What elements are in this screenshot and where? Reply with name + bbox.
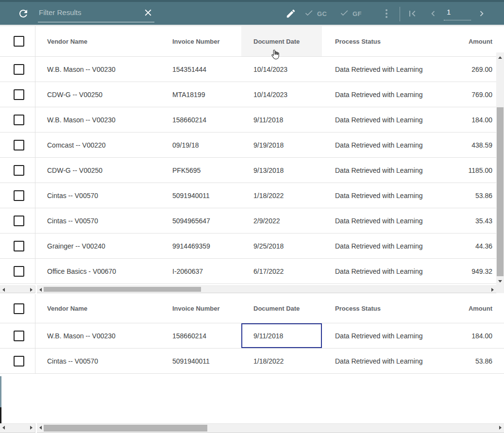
horizontal-scrollbar-thumb[interactable] xyxy=(44,287,201,292)
cell-date[interactable]: 2/9/2022 xyxy=(241,208,322,233)
table-row[interactable]: W.B. Mason -- V002301586602149/11/2018Da… xyxy=(0,107,496,133)
column-header-date[interactable]: Document Date xyxy=(241,294,322,323)
scroll-right-icon[interactable] xyxy=(491,288,494,292)
cell-vendor[interactable]: W.B. Mason -- V00230 xyxy=(35,66,161,73)
cell-invoice[interactable]: 09/19/18 xyxy=(161,141,241,149)
scroll-right-icon[interactable] xyxy=(30,426,33,430)
cell-date[interactable]: 9/11/2018 xyxy=(241,323,322,348)
table-row[interactable]: CDW-G -- V00250MTA1819910/14/2023Data Re… xyxy=(0,82,496,107)
cell-vendor[interactable]: CDW-G -- V00250 xyxy=(35,91,161,99)
row-checkbox[interactable] xyxy=(14,115,24,125)
cell-invoice[interactable]: 158660214 xyxy=(161,332,241,340)
row-checkbox[interactable] xyxy=(14,331,24,341)
cell-invoice[interactable]: 154351444 xyxy=(161,66,241,73)
cell-vendor[interactable]: Comcast -- V00220 xyxy=(35,141,161,149)
cell-date[interactable]: 9/13/2018 xyxy=(241,158,322,183)
column-header-amount[interactable]: Amount xyxy=(403,305,504,312)
cell-amount[interactable]: 184.00 xyxy=(423,332,504,340)
column-header-vendor[interactable]: Vendor Name xyxy=(35,305,161,312)
column-header-date[interactable]: Document Date xyxy=(241,26,322,56)
cell-date[interactable]: 9/25/2018 xyxy=(241,233,322,258)
column-header-invoice[interactable]: Invoice Number xyxy=(161,305,241,312)
cell-date[interactable]: 9/11/2018 xyxy=(241,107,322,132)
gf-button[interactable]: GF xyxy=(339,8,362,19)
cell-status[interactable]: Data Retrieved with Learning xyxy=(322,332,423,340)
column-header-status[interactable]: Process Status xyxy=(322,305,403,312)
column-header-invoice[interactable]: Invoice Number xyxy=(161,38,241,45)
cell-vendor[interactable]: W.B. Mason -- V00230 xyxy=(35,332,161,340)
cell-amount[interactable]: 44.36 xyxy=(423,242,496,250)
more-options-icon[interactable] xyxy=(384,9,389,18)
cell-date[interactable]: 10/14/2023 xyxy=(241,82,322,107)
scroll-up-icon[interactable] xyxy=(498,56,502,59)
cell-vendor[interactable]: Cintas -- V00570 xyxy=(35,357,161,365)
row-checkbox[interactable] xyxy=(14,216,24,226)
cell-invoice[interactable]: MTA18199 xyxy=(161,91,241,99)
row-checkbox[interactable] xyxy=(14,241,24,251)
cell-status[interactable]: Data Retrieved with Learning xyxy=(322,217,423,225)
table-row[interactable]: CDW-G -- V00250PFK56959/13/2018Data Retr… xyxy=(0,158,496,183)
scroll-left-icon[interactable] xyxy=(39,426,42,430)
table-row[interactable]: W.B. Mason -- V002301586602149/11/2018Da… xyxy=(0,323,504,349)
cell-invoice[interactable]: 5094965647 xyxy=(161,217,241,225)
cell-invoice[interactable]: 5091940011 xyxy=(161,357,241,365)
cell-amount[interactable]: 53.86 xyxy=(423,357,504,365)
frozen-pane-scrollbar[interactable] xyxy=(0,285,35,293)
cell-date[interactable]: 1/18/2022 xyxy=(241,349,322,373)
scroll-left-icon[interactable] xyxy=(2,426,5,430)
table-row[interactable]: Cintas -- V0057050919400111/18/2022Data … xyxy=(0,349,504,374)
cell-vendor[interactable]: Office Basics - V00670 xyxy=(35,267,161,275)
column-header-amount[interactable]: Amount xyxy=(403,38,504,45)
cell-date[interactable]: 6/17/2022 xyxy=(241,259,322,283)
table-row[interactable]: Cintas -- V0057050949656472/9/2022Data R… xyxy=(0,208,496,233)
cell-status[interactable]: Data Retrieved with Learning xyxy=(322,91,423,99)
scroll-down-icon[interactable] xyxy=(498,280,502,283)
scroll-left-icon[interactable] xyxy=(2,288,5,292)
gc-button[interactable]: GC xyxy=(304,8,327,19)
cell-status[interactable]: Data Retrieved with Learning xyxy=(322,66,423,73)
cell-status[interactable]: Data Retrieved with Learning xyxy=(322,116,423,124)
cell-date[interactable]: 10/14/2023 xyxy=(241,57,322,82)
cell-status[interactable]: Data Retrieved with Learning xyxy=(322,267,423,275)
page-number-field[interactable]: 1 xyxy=(444,8,471,20)
vertical-scrollbar[interactable] xyxy=(496,52,504,285)
column-header-status[interactable]: Process Status xyxy=(322,38,403,45)
cell-amount[interactable]: 53.86 xyxy=(423,192,496,200)
filter-input[interactable] xyxy=(38,6,154,22)
table-row[interactable]: Grainger -- V0024099144693599/25/2018Dat… xyxy=(0,233,496,259)
horizontal-scrollbar[interactable] xyxy=(0,423,504,433)
cell-amount[interactable]: 769.00 xyxy=(423,91,496,99)
cell-date[interactable]: 1/18/2022 xyxy=(241,183,322,208)
cell-invoice[interactable]: 158660214 xyxy=(161,116,241,124)
table-row[interactable]: Cintas -- V0057050919400111/18/2022Data … xyxy=(0,183,496,208)
refresh-button[interactable] xyxy=(17,8,29,19)
vertical-scrollbar-thumb[interactable] xyxy=(497,107,504,276)
cell-vendor[interactable]: Cintas -- V00570 xyxy=(35,192,161,200)
cell-invoice[interactable]: 9914469359 xyxy=(161,242,241,250)
row-checkbox[interactable] xyxy=(14,165,24,176)
column-header-vendor[interactable]: Vendor Name xyxy=(35,38,161,45)
select-all-checkbox[interactable] xyxy=(14,36,24,47)
row-checkbox[interactable] xyxy=(14,356,24,366)
cell-status[interactable]: Data Retrieved with Learning xyxy=(322,192,423,200)
table-row[interactable]: W.B. Mason -- V0023015435144410/14/2023D… xyxy=(0,57,496,82)
cell-amount[interactable]: 438.59 xyxy=(423,141,496,149)
row-checkbox[interactable] xyxy=(14,190,24,201)
row-checkbox[interactable] xyxy=(14,64,24,75)
main-scrollbar-track[interactable] xyxy=(37,423,504,433)
cell-vendor[interactable]: W.B. Mason -- V00230 xyxy=(35,116,161,124)
row-checkbox[interactable] xyxy=(14,140,24,150)
frozen-pane-scrollbar[interactable] xyxy=(0,423,35,433)
cell-amount[interactable]: 269.00 xyxy=(423,66,496,73)
select-all-checkbox[interactable] xyxy=(14,303,24,314)
horizontal-scrollbar-thumb[interactable] xyxy=(44,425,207,432)
cell-invoice[interactable]: I-2060637 xyxy=(161,267,241,275)
cell-amount[interactable]: 1185.00 xyxy=(423,167,496,174)
cell-invoice[interactable]: PFK5695 xyxy=(161,167,241,174)
cell-amount[interactable]: 35.43 xyxy=(423,217,496,225)
first-page-button[interactable] xyxy=(406,8,418,19)
scroll-right-icon[interactable] xyxy=(499,426,502,430)
table-row[interactable]: Comcast -- V0022009/19/189/19/2018Data R… xyxy=(0,133,496,158)
cell-status[interactable]: Data Retrieved with Learning xyxy=(322,242,423,250)
cell-invoice[interactable]: 5091940011 xyxy=(161,192,241,200)
